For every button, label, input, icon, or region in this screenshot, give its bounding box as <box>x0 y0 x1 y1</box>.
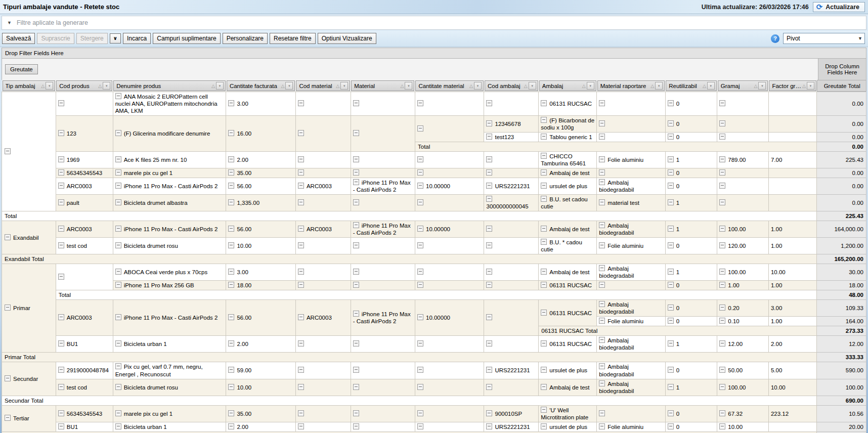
drill-icon[interactable] <box>486 269 492 275</box>
drill-icon[interactable] <box>298 169 304 176</box>
drill-icon[interactable] <box>486 423 492 429</box>
drill-icon[interactable] <box>115 226 121 232</box>
drill-icon[interactable] <box>298 367 304 373</box>
drill-icon[interactable] <box>599 100 605 106</box>
drop-filter-zone[interactable]: Drop Filter Fields Here <box>2 48 866 59</box>
drill-icon[interactable] <box>228 169 234 176</box>
drill-icon[interactable] <box>719 134 725 140</box>
drill-icon[interactable] <box>417 269 423 275</box>
drill-icon[interactable] <box>541 239 547 245</box>
drill-icon[interactable] <box>541 196 547 202</box>
drill-icon[interactable] <box>353 179 359 185</box>
drill-icon[interactable] <box>353 423 359 429</box>
drill-icon[interactable] <box>599 120 605 126</box>
sort-icon[interactable]: △ <box>211 83 215 89</box>
drill-icon[interactable] <box>719 100 725 106</box>
drill-icon[interactable] <box>719 282 725 288</box>
drill-icon[interactable] <box>115 169 121 176</box>
column-header-cod-ambalaj[interactable]: Cod ambalaj△▼ <box>484 80 539 92</box>
drill-icon[interactable] <box>599 282 605 288</box>
drill-icon[interactable] <box>719 305 725 311</box>
drill-icon[interactable] <box>541 282 547 288</box>
drill-icon[interactable] <box>719 318 725 324</box>
drill-icon[interactable] <box>599 179 605 185</box>
drill-icon[interactable] <box>228 100 234 106</box>
drill-icon[interactable] <box>599 134 605 140</box>
drill-icon[interactable] <box>228 130 234 136</box>
drill-icon[interactable] <box>228 226 234 232</box>
drill-icon[interactable] <box>417 282 423 288</box>
drill-icon[interactable] <box>298 226 304 232</box>
column-header-cantitate-facturata[interactable]: Cantitate facturata△▼ <box>226 80 296 92</box>
collapse-icon[interactable] <box>5 375 11 381</box>
drill-icon[interactable] <box>298 242 304 248</box>
drill-icon[interactable] <box>486 340 492 347</box>
sort-icon[interactable]: △ <box>401 83 404 89</box>
toolbar-button-personalizare[interactable]: Personalizare <box>223 33 268 44</box>
drill-icon[interactable] <box>298 340 304 347</box>
drill-icon[interactable] <box>58 410 64 416</box>
filter-icon[interactable]: ▼ <box>655 82 663 90</box>
drill-icon[interactable] <box>417 423 423 429</box>
drill-icon[interactable] <box>115 410 121 416</box>
filter-icon[interactable]: ▼ <box>529 82 536 90</box>
drill-icon[interactable] <box>417 410 423 416</box>
drill-icon[interactable] <box>228 410 234 416</box>
drill-icon[interactable] <box>228 367 234 373</box>
drill-icon[interactable] <box>115 269 121 275</box>
collapse-icon[interactable] <box>5 234 11 240</box>
drill-icon[interactable] <box>58 156 64 162</box>
drill-icon[interactable] <box>115 384 121 390</box>
drill-icon[interactable] <box>719 384 725 390</box>
drill-icon[interactable] <box>298 314 304 320</box>
save-options-dropdown-button[interactable]: ∨ <box>110 33 121 44</box>
drill-icon[interactable] <box>417 226 423 232</box>
drill-icon[interactable] <box>228 282 234 288</box>
drill-icon[interactable] <box>668 410 674 416</box>
drill-icon[interactable] <box>298 410 304 416</box>
filter-icon[interactable]: ▼ <box>474 82 482 90</box>
drill-icon[interactable] <box>668 282 674 288</box>
drill-icon[interactable] <box>353 169 359 176</box>
drill-icon[interactable] <box>599 337 605 343</box>
drill-icon[interactable] <box>298 130 304 136</box>
toolbar-button-incarca[interactable]: Incarca <box>123 33 151 44</box>
drill-icon[interactable] <box>668 384 674 390</box>
drill-icon[interactable] <box>58 100 64 106</box>
toolbar-button-optiuni-vizualizare[interactable]: Optiuni Vizualizare <box>318 33 376 44</box>
drill-icon[interactable] <box>58 340 64 347</box>
drill-icon[interactable] <box>541 407 547 413</box>
drop-column-zone[interactable]: Drop Column Fields Here <box>818 59 866 80</box>
drill-icon[interactable] <box>298 423 304 429</box>
drill-icon[interactable] <box>668 305 674 311</box>
drill-icon[interactable] <box>486 134 492 140</box>
filter-icon[interactable]: ▼ <box>405 82 412 90</box>
drill-icon[interactable] <box>486 410 492 416</box>
sort-icon[interactable]: △ <box>650 83 654 89</box>
drill-icon[interactable] <box>417 242 423 248</box>
drill-icon[interactable] <box>719 269 725 275</box>
drill-icon[interactable] <box>58 314 64 320</box>
drill-icon[interactable] <box>353 100 359 106</box>
sort-icon[interactable]: △ <box>98 83 102 89</box>
drill-icon[interactable] <box>115 199 121 205</box>
drill-icon[interactable] <box>228 199 234 205</box>
column-header-material[interactable]: Material△▼ <box>351 80 415 92</box>
drill-icon[interactable] <box>417 340 423 347</box>
drill-icon[interactable] <box>353 242 359 248</box>
drill-icon[interactable] <box>599 380 605 386</box>
drill-icon[interactable] <box>719 340 725 347</box>
drill-icon[interactable] <box>298 269 304 275</box>
drill-icon[interactable] <box>719 410 725 416</box>
column-header-cantitate-material[interactable]: Cantitate material△▼ <box>415 80 484 92</box>
filter-icon[interactable]: ▼ <box>707 82 715 90</box>
drill-icon[interactable] <box>298 384 304 390</box>
drill-icon[interactable] <box>486 183 492 189</box>
drill-icon[interactable] <box>353 384 359 390</box>
drill-icon[interactable] <box>58 367 64 373</box>
drill-icon[interactable] <box>115 423 121 429</box>
toolbar-button-campuri-suplimentare[interactable]: Campuri suplimentare <box>153 33 220 44</box>
filter-icon[interactable]: ▼ <box>758 82 766 90</box>
column-header-reutilizabil[interactable]: Reutilizabil△▼ <box>665 80 717 92</box>
drill-icon[interactable] <box>417 314 423 320</box>
